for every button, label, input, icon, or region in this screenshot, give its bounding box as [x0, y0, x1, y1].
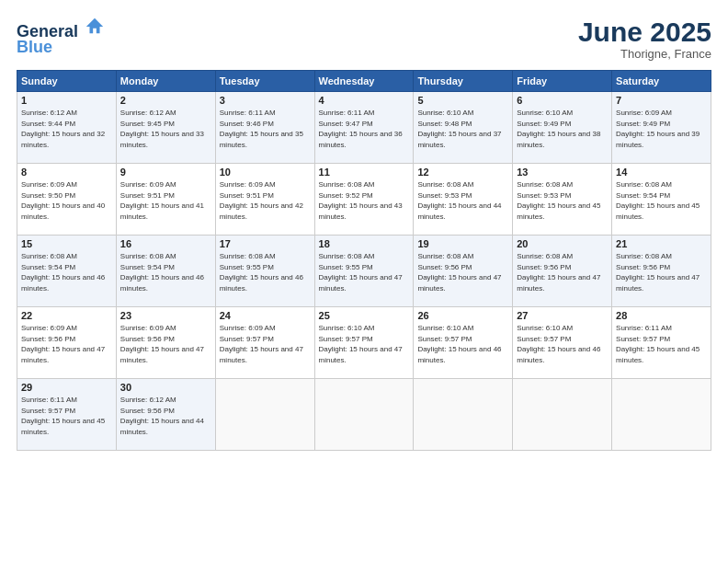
weekday-header-row: SundayMondayTuesdayWednesdayThursdayFrid… — [17, 71, 711, 92]
day-info: Sunrise: 6:09 AMSunset: 9:49 PMDaylight:… — [616, 108, 707, 150]
day-number: 4 — [319, 95, 410, 106]
day-cell: 6Sunrise: 6:10 AMSunset: 9:49 PMDaylight… — [513, 92, 612, 164]
week-row-5: 29Sunrise: 6:11 AMSunset: 9:57 PMDayligh… — [17, 379, 711, 451]
day-cell — [414, 379, 513, 451]
day-number: 5 — [417, 95, 508, 106]
day-cell: 15Sunrise: 6:08 AMSunset: 9:54 PMDayligh… — [17, 236, 117, 307]
weekday-header-tuesday: Tuesday — [215, 71, 314, 92]
day-number: 13 — [517, 167, 608, 178]
day-info: Sunrise: 6:12 AMSunset: 9:44 PMDaylight:… — [21, 108, 112, 150]
day-cell: 27Sunrise: 6:10 AMSunset: 9:57 PMDayligh… — [513, 307, 612, 379]
day-number: 30 — [120, 382, 211, 393]
day-cell: 5Sunrise: 6:10 AMSunset: 9:48 PMDaylight… — [414, 92, 513, 164]
day-info: Sunrise: 6:12 AMSunset: 9:45 PMDaylight:… — [120, 108, 211, 150]
day-number: 28 — [616, 310, 707, 321]
day-cell: 23Sunrise: 6:09 AMSunset: 9:56 PMDayligh… — [116, 307, 215, 379]
day-cell: 29Sunrise: 6:11 AMSunset: 9:57 PMDayligh… — [17, 379, 117, 451]
day-info: Sunrise: 6:12 AMSunset: 9:56 PMDaylight:… — [120, 395, 211, 437]
day-number: 10 — [220, 167, 311, 178]
day-number: 25 — [319, 310, 410, 321]
weekday-header-monday: Monday — [116, 71, 215, 92]
day-cell: 7Sunrise: 6:09 AMSunset: 9:49 PMDaylight… — [612, 92, 711, 164]
day-number: 8 — [21, 167, 112, 178]
day-info: Sunrise: 6:09 AMSunset: 9:56 PMDaylight:… — [21, 323, 112, 365]
day-cell: 30Sunrise: 6:12 AMSunset: 9:56 PMDayligh… — [116, 379, 215, 451]
week-row-4: 22Sunrise: 6:09 AMSunset: 9:56 PMDayligh… — [17, 307, 711, 379]
day-cell: 11Sunrise: 6:08 AMSunset: 9:52 PMDayligh… — [314, 164, 414, 236]
location: Thorigne, France — [578, 47, 711, 61]
day-info: Sunrise: 6:08 AMSunset: 9:56 PMDaylight:… — [616, 251, 707, 293]
day-number: 23 — [120, 310, 211, 321]
day-cell: 3Sunrise: 6:11 AMSunset: 9:46 PMDaylight… — [215, 92, 314, 164]
weekday-header-saturday: Saturday — [612, 71, 711, 92]
day-info: Sunrise: 6:08 AMSunset: 9:53 PMDaylight:… — [417, 179, 508, 222]
day-number: 27 — [517, 310, 608, 321]
day-number: 12 — [417, 167, 508, 178]
day-number: 15 — [21, 238, 112, 249]
day-info: Sunrise: 6:08 AMSunset: 9:52 PMDaylight:… — [319, 179, 410, 222]
day-number: 16 — [120, 238, 211, 249]
day-cell: 19Sunrise: 6:08 AMSunset: 9:56 PMDayligh… — [414, 236, 513, 307]
day-cell: 16Sunrise: 6:08 AMSunset: 9:54 PMDayligh… — [116, 236, 215, 307]
day-number: 29 — [21, 382, 112, 393]
day-info: Sunrise: 6:09 AMSunset: 9:50 PMDaylight:… — [21, 179, 112, 222]
day-info: Sunrise: 6:10 AMSunset: 9:49 PMDaylight:… — [517, 108, 608, 150]
day-info: Sunrise: 6:10 AMSunset: 9:57 PMDaylight:… — [417, 323, 508, 365]
header: General Blue June 2025 Thorigne, France — [17, 17, 711, 61]
day-cell: 20Sunrise: 6:08 AMSunset: 9:56 PMDayligh… — [513, 236, 612, 307]
calendar-page: General Blue June 2025 Thorigne, France … — [0, 0, 728, 563]
day-cell: 10Sunrise: 6:09 AMSunset: 9:51 PMDayligh… — [215, 164, 314, 236]
day-info: Sunrise: 6:08 AMSunset: 9:56 PMDaylight:… — [417, 251, 508, 293]
week-row-3: 15Sunrise: 6:08 AMSunset: 9:54 PMDayligh… — [17, 236, 711, 307]
day-cell: 25Sunrise: 6:10 AMSunset: 9:57 PMDayligh… — [314, 307, 414, 379]
calendar-table: SundayMondayTuesdayWednesdayThursdayFrid… — [17, 70, 711, 451]
day-info: Sunrise: 6:10 AMSunset: 9:48 PMDaylight:… — [417, 108, 508, 150]
weekday-header-friday: Friday — [513, 71, 612, 92]
day-cell: 8Sunrise: 6:09 AMSunset: 9:50 PMDaylight… — [17, 164, 117, 236]
day-info: Sunrise: 6:08 AMSunset: 9:54 PMDaylight:… — [21, 251, 112, 293]
day-info: Sunrise: 6:11 AMSunset: 9:46 PMDaylight:… — [220, 108, 311, 150]
day-number: 18 — [319, 238, 410, 249]
day-number: 7 — [616, 95, 707, 106]
month-title: June 2025 — [578, 17, 711, 47]
day-info: Sunrise: 6:09 AMSunset: 9:57 PMDaylight:… — [220, 323, 311, 365]
day-info: Sunrise: 6:10 AMSunset: 9:57 PMDaylight:… — [319, 323, 410, 365]
day-number: 19 — [417, 238, 508, 249]
day-cell: 9Sunrise: 6:09 AMSunset: 9:51 PMDaylight… — [116, 164, 215, 236]
day-info: Sunrise: 6:08 AMSunset: 9:53 PMDaylight:… — [517, 179, 608, 222]
calendar-body: 1Sunrise: 6:12 AMSunset: 9:44 PMDaylight… — [17, 92, 711, 451]
day-number: 17 — [220, 238, 311, 249]
day-cell — [513, 379, 612, 451]
day-cell: 18Sunrise: 6:08 AMSunset: 9:55 PMDayligh… — [314, 236, 414, 307]
day-number: 21 — [616, 238, 707, 249]
logo-icon — [85, 17, 105, 37]
day-info: Sunrise: 6:09 AMSunset: 9:51 PMDaylight:… — [220, 179, 311, 222]
weekday-header-sunday: Sunday — [17, 71, 117, 92]
day-info: Sunrise: 6:08 AMSunset: 9:54 PMDaylight:… — [616, 179, 707, 222]
day-number: 2 — [120, 95, 211, 106]
day-info: Sunrise: 6:09 AMSunset: 9:51 PMDaylight:… — [120, 179, 211, 222]
day-info: Sunrise: 6:08 AMSunset: 9:54 PMDaylight:… — [120, 251, 211, 293]
day-cell: 12Sunrise: 6:08 AMSunset: 9:53 PMDayligh… — [414, 164, 513, 236]
day-cell: 28Sunrise: 6:11 AMSunset: 9:57 PMDayligh… — [612, 307, 711, 379]
day-cell: 22Sunrise: 6:09 AMSunset: 9:56 PMDayligh… — [17, 307, 117, 379]
day-info: Sunrise: 6:08 AMSunset: 9:56 PMDaylight:… — [517, 251, 608, 293]
day-cell — [215, 379, 314, 451]
day-number: 1 — [21, 95, 112, 106]
day-number: 9 — [120, 167, 211, 178]
day-cell: 24Sunrise: 6:09 AMSunset: 9:57 PMDayligh… — [215, 307, 314, 379]
week-row-2: 8Sunrise: 6:09 AMSunset: 9:50 PMDaylight… — [17, 164, 711, 236]
day-cell — [314, 379, 414, 451]
day-number: 11 — [319, 167, 410, 178]
day-number: 26 — [417, 310, 508, 321]
day-info: Sunrise: 6:11 AMSunset: 9:57 PMDaylight:… — [21, 395, 112, 437]
day-number: 24 — [220, 310, 311, 321]
day-info: Sunrise: 6:09 AMSunset: 9:56 PMDaylight:… — [120, 323, 211, 365]
day-info: Sunrise: 6:11 AMSunset: 9:47 PMDaylight:… — [319, 108, 410, 150]
logo: General Blue — [17, 17, 105, 57]
weekday-header-wednesday: Wednesday — [314, 71, 414, 92]
day-cell: 4Sunrise: 6:11 AMSunset: 9:47 PMDaylight… — [314, 92, 414, 164]
day-info: Sunrise: 6:10 AMSunset: 9:57 PMDaylight:… — [517, 323, 608, 365]
day-cell: 21Sunrise: 6:08 AMSunset: 9:56 PMDayligh… — [612, 236, 711, 307]
day-cell: 13Sunrise: 6:08 AMSunset: 9:53 PMDayligh… — [513, 164, 612, 236]
